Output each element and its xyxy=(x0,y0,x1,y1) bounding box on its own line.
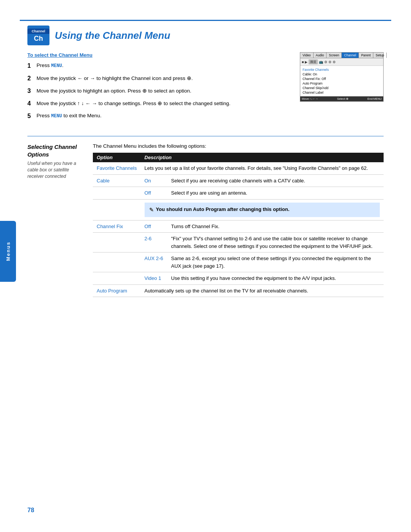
sidebar-tab-label: Menus xyxy=(5,241,11,261)
table-row: Channel Fix Off Turns off Channel Fix. xyxy=(93,220,384,233)
step-1: 1 Press MENU. xyxy=(27,62,292,70)
channel-icon: Channel Ch xyxy=(27,26,49,45)
option-name-empty3 xyxy=(93,252,141,272)
tv-menu-image: Video Audio Screen Channel Parent Setup … xyxy=(300,52,384,125)
tv-menu-item: Favorite Channels xyxy=(303,67,381,72)
table-row: Auto Program Automatically sets up the c… xyxy=(93,284,384,297)
option-desc-favorite: Lets you set up a list of your favorite … xyxy=(141,162,384,174)
option-name-favorite: Favorite Channels xyxy=(93,162,141,174)
step-2: 2 Move the joystick ← or → to highlight … xyxy=(27,74,292,83)
option-value-video1: Video 1 xyxy=(141,272,167,285)
table-row: Video 1 Use this setting if you have con… xyxy=(93,272,384,285)
options-sidebar: Selecting Channel Options Useful when yo… xyxy=(27,143,84,297)
option-value-channelfix-off: Off xyxy=(141,220,167,233)
channel-menu-instructions: To select the Channel Menu 1 Press MENU.… xyxy=(27,52,292,125)
option-desc-cable-on: Select if you are receiving cable channe… xyxy=(167,174,384,187)
tv-menu-item: Channel Label xyxy=(303,90,381,95)
option-name-channelfix: Channel Fix xyxy=(93,220,141,233)
channel-menu-section: To select the Channel Menu 1 Press MENU.… xyxy=(27,52,384,125)
table-row: Favorite Channels Lets you set up a list… xyxy=(93,162,384,174)
col-option: Option xyxy=(93,153,141,162)
tv-menu-item: Auto Program xyxy=(303,81,381,86)
option-value-aux2-6: AUX 2-6 xyxy=(141,252,167,272)
tv-menu-item: Cable: On xyxy=(303,72,381,77)
step-5: 5 Press MENU to exit the Menu. xyxy=(27,112,292,121)
table-row: Cable On Select if you are receiving cab… xyxy=(93,174,384,187)
footer-end: End:MENU xyxy=(367,97,382,101)
footer-select: Select:⊕ xyxy=(337,97,349,101)
channel-icon-top: Channel xyxy=(27,29,49,34)
chapter-header: Channel Ch Using the Channel Menu xyxy=(27,26,384,45)
options-table: Option Description Favorite Channels Let… xyxy=(93,153,384,297)
options-main: The Channel Menu includes the following … xyxy=(93,143,384,297)
table-row: 2-6 "Fix" your TV's channel setting to 2… xyxy=(93,233,384,252)
tv-menu-item: Channel Skip/Add xyxy=(303,86,381,90)
options-sidebar-title: Selecting Channel Options xyxy=(27,143,84,158)
footer-move: Move:↑↓←→ xyxy=(302,97,318,101)
options-section: Selecting Channel Options Useful when yo… xyxy=(27,143,384,297)
step-3: 3 Move the joystick to highlight an opti… xyxy=(27,87,292,96)
tv-menu-item: Channel Fix: Off xyxy=(303,77,381,81)
tv-menu-items: Favorite Channels Cable: On Channel Fix:… xyxy=(300,66,383,96)
option-desc-cable-off: Select if you are using an antenna. xyxy=(167,187,384,200)
menu-keyword-2: MENU xyxy=(51,113,62,119)
section-divider xyxy=(27,136,384,136)
option-name-empty2 xyxy=(93,233,141,252)
sidebar-tab: Menus xyxy=(0,221,16,282)
channel-icon-bottom: Ch xyxy=(34,35,43,43)
option-desc-2-6: "Fix" your TV's channel setting to 2-6 a… xyxy=(167,233,384,252)
option-desc-aux2-6: Same as 2-6, except you select one of th… xyxy=(167,252,384,272)
table-row-note: ✎ You should run Auto Program after chan… xyxy=(93,199,384,220)
note-cell: ✎ You should run Auto Program after chan… xyxy=(141,199,384,220)
note-text: You should run Auto Program after changi… xyxy=(156,206,290,213)
table-row: Off Select if you are using an antenna. xyxy=(93,187,384,200)
note-icon: ✎ xyxy=(149,206,154,214)
option-name-cable: Cable xyxy=(93,174,141,187)
tab-channel: Channel xyxy=(342,53,359,58)
tv-menu-icons: ■ ▶ 频道 📺 ⚙ ⚙ ⚙ xyxy=(300,58,383,66)
option-desc-autoprogram: Automatically sets up the channel list o… xyxy=(141,284,384,297)
tab-audio: Audio xyxy=(314,53,327,58)
step-4: 4 Move the joystick ↑ ↓ ← → to change se… xyxy=(27,99,292,108)
col-description: Description xyxy=(141,153,384,162)
sidebar: Menus xyxy=(0,0,20,532)
option-value-on: On xyxy=(141,174,167,187)
chapter-title: Using the Channel Menu xyxy=(55,30,170,42)
tab-screen: Screen xyxy=(327,53,342,58)
option-value-2-6: 2-6 xyxy=(141,233,167,252)
tab-parent: Parent xyxy=(359,53,373,58)
option-name-empty4 xyxy=(93,272,141,285)
option-desc-channelfix-off: Turns off Channel Fix. xyxy=(167,220,384,233)
tv-menu: Video Audio Screen Channel Parent Setup … xyxy=(300,52,384,102)
menu-keyword-1: MENU xyxy=(51,63,62,69)
tv-menu-tabs: Video Audio Screen Channel Parent Setup xyxy=(300,53,383,58)
option-name-autoprogram: Auto Program xyxy=(93,284,141,297)
table-header-row: Option Description xyxy=(93,153,384,162)
options-intro: The Channel Menu includes the following … xyxy=(93,143,384,149)
main-content: Channel Ch Using the Channel Menu To sel… xyxy=(20,21,391,297)
option-value-off: Off xyxy=(141,187,167,200)
sub-heading: To select the Channel Menu xyxy=(27,52,292,58)
note-box: ✎ You should run Auto Program after chan… xyxy=(145,203,380,217)
tab-video: Video xyxy=(300,53,314,58)
page-number: 78 xyxy=(27,507,34,514)
options-sidebar-sub: Useful when you have a cable box or sate… xyxy=(27,160,84,179)
table-row: AUX 2-6 Same as 2-6, except you select o… xyxy=(93,252,384,272)
tab-setup: Setup xyxy=(373,53,387,58)
option-desc-video1: Use this setting if you have connected t… xyxy=(167,272,384,285)
tv-menu-footer: Move:↑↓←→ Select:⊕ End:MENU xyxy=(300,96,383,101)
steps-list: 1 Press MENU. 2 Move the joystick ← or →… xyxy=(27,62,292,121)
option-name-empty1 xyxy=(93,187,141,200)
